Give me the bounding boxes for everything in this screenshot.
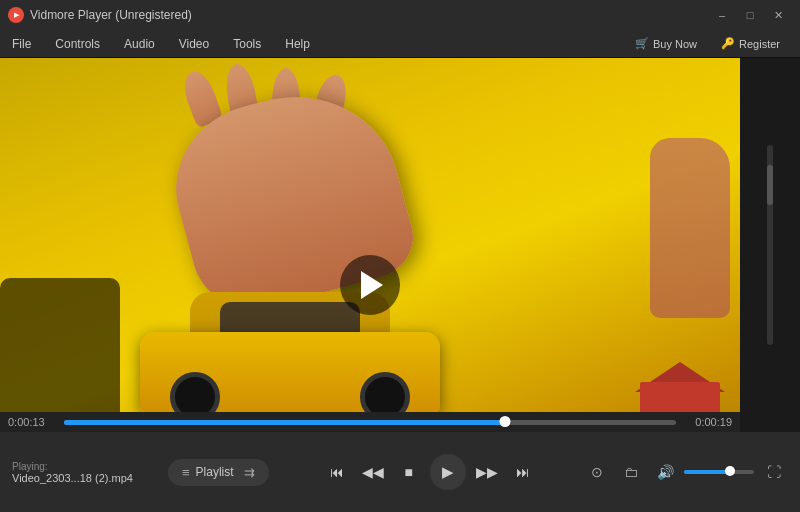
playing-label: Playing: [12,461,148,472]
right-controls: ⊙ 🗀 🔊 ⛶ [583,458,800,486]
seek-fill [64,420,505,425]
fast-forward-button[interactable]: ▶▶ [472,457,502,487]
title-bar: Vidmore Player (Unregistered) – □ ✕ [0,0,800,30]
rewind-button[interactable]: ◀◀ [358,457,388,487]
playing-filename: Video_2303...18 (2).mp4 [12,472,142,484]
key-icon: 🔑 [721,37,735,50]
play-pause-button[interactable]: ▶ [430,454,466,490]
buy-now-button[interactable]: 🛒 Buy Now [625,34,707,53]
prev-skip-button[interactable]: ⏮ [322,457,352,487]
stop-button[interactable]: ■ [394,457,424,487]
menu-help[interactable]: Help [273,30,322,58]
cart-icon: 🛒 [635,37,649,50]
seek-thumb [499,416,510,427]
folder-button[interactable]: 🗀 [617,458,645,486]
playlist-label: Playlist [196,465,234,479]
scrollbar-thumb[interactable] [767,165,773,205]
menu-controls[interactable]: Controls [43,30,112,58]
play-overlay-button[interactable] [340,255,400,315]
fullscreen-button[interactable]: ⛶ [760,458,788,486]
menu-video[interactable]: Video [167,30,221,58]
buy-now-label: Buy Now [653,38,697,50]
time-current: 0:00:13 [8,416,56,428]
seekbar-area: 0:00:13 0:00:19 [0,412,740,432]
volume-track[interactable] [684,470,754,474]
menu-tools[interactable]: Tools [221,30,273,58]
title-bar-left: Vidmore Player (Unregistered) [8,7,192,23]
playing-info: Playing: Video_2303...18 (2).mp4 [0,461,160,484]
menu-bar: File Controls Audio Video Tools Help 🛒 B… [0,30,800,58]
maximize-button[interactable]: □ [736,5,764,25]
menu-right: 🛒 Buy Now 🔑 Register [625,34,800,53]
seek-track[interactable] [64,420,676,425]
register-label: Register [739,38,780,50]
title-text: Vidmore Player (Unregistered) [30,8,192,22]
close-button[interactable]: ✕ [764,5,792,25]
time-total: 0:00:19 [684,416,732,428]
next-skip-button[interactable]: ⏭ [508,457,538,487]
dark-overlay-left [0,278,120,428]
right-hand-figure [650,138,730,318]
menu-left: File Controls Audio Video Tools Help [0,30,322,58]
volume-section: 🔊 [651,458,754,486]
volume-icon[interactable]: 🔊 [651,458,679,486]
menu-file[interactable]: File [0,30,43,58]
snapshot-button[interactable]: ⊙ [583,458,611,486]
controls-bar: Playing: Video_2303...18 (2).mp4 ≡ Playl… [0,432,800,512]
playlist-lines-icon: ≡ [182,465,190,480]
playlist-order-icon: ⇉ [244,465,255,480]
playlist-button[interactable]: ≡ Playlist ⇉ [168,459,269,486]
scroll-area [740,58,800,432]
volume-fill [684,470,730,474]
window-controls: – □ ✕ [708,5,792,25]
scrollbar-track[interactable] [767,145,773,345]
menu-audio[interactable]: Audio [112,30,167,58]
transport-controls: ⏮ ◀◀ ■ ▶ ▶▶ ⏭ [277,454,583,490]
minimize-button[interactable]: – [708,5,736,25]
register-button[interactable]: 🔑 Register [711,34,790,53]
volume-thumb [725,466,735,476]
app-icon [8,7,24,23]
